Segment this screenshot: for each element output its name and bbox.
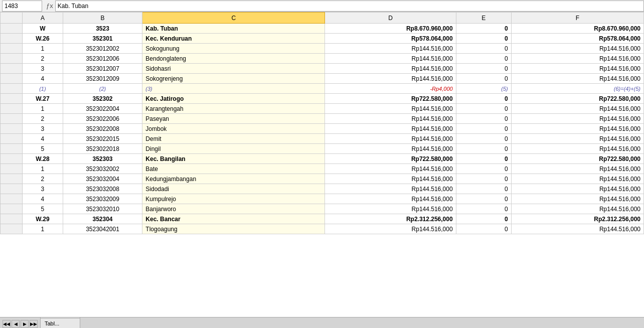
cell-b[interactable]: 3523032002 (63, 164, 142, 174)
cell-b[interactable]: 3523042001 (63, 224, 142, 234)
cell-a[interactable]: 1 (23, 224, 63, 234)
cell-d[interactable]: Rp144.516,000 (325, 104, 456, 114)
cell-a[interactable]: 1 (23, 164, 63, 174)
cell-f[interactable]: Rp144.516,000 (511, 124, 643, 134)
cell-a[interactable]: W (23, 24, 63, 34)
cell-a[interactable]: 5 (23, 204, 63, 214)
cell-d[interactable]: Rp144.516,000 (325, 174, 456, 184)
cell-d[interactable]: Rp578.064,000 (325, 34, 456, 44)
cell-e[interactable]: 0 (456, 134, 511, 144)
cell-f[interactable]: Rp144.516,000 (511, 54, 643, 64)
cell-a[interactable]: (1) (23, 84, 63, 94)
col-header-e[interactable]: E (456, 13, 511, 24)
cell-b[interactable]: 3523022008 (63, 124, 142, 134)
cell-c[interactable]: Dingil (142, 144, 325, 154)
cell-c[interactable]: Kab. Tuban (142, 24, 325, 34)
cell-e[interactable]: 0 (456, 174, 511, 184)
cell-b[interactable]: 3523032010 (63, 204, 142, 214)
cell-e[interactable]: 0 (456, 44, 511, 54)
cell-c[interactable]: Sokogrenjeng (142, 74, 325, 84)
cell-f[interactable]: Rp722.580,000 (511, 94, 643, 104)
cell-c[interactable]: Kec. Bangilan (142, 154, 325, 164)
name-box[interactable] (2, 1, 42, 12)
cell-f[interactable]: Rp144.516,000 (511, 44, 643, 54)
cell-b[interactable]: 3523032008 (63, 184, 142, 194)
cell-c[interactable]: Kedungjambangan (142, 174, 325, 184)
cell-a[interactable]: 4 (23, 194, 63, 204)
cell-a[interactable]: W.29 (23, 214, 63, 224)
cell-d[interactable]: -Rp4,000 (325, 84, 456, 94)
cell-b[interactable]: 3523022004 (63, 104, 142, 114)
cell-b[interactable]: 3523012002 (63, 44, 142, 54)
cell-c[interactable]: Sidodadi (142, 184, 325, 194)
cell-d[interactable]: Rp144.516,000 (325, 224, 456, 234)
cell-c[interactable]: Sokogunung (142, 44, 325, 54)
cell-a[interactable]: W.26 (23, 34, 63, 44)
cell-e[interactable]: 0 (456, 34, 511, 44)
col-header-f[interactable]: F (511, 13, 643, 24)
cell-b[interactable]: 3523012009 (63, 74, 142, 84)
cell-e[interactable]: 0 (456, 154, 511, 164)
cell-f[interactable]: Rp8.670.960,000 (511, 24, 643, 34)
cell-a[interactable]: W.28 (23, 154, 63, 164)
cell-c[interactable]: Kec. Kenduruan (142, 34, 325, 44)
cell-e[interactable]: 0 (456, 124, 511, 134)
cell-a[interactable]: 3 (23, 124, 63, 134)
cell-c[interactable]: Paseyan (142, 114, 325, 124)
cell-f[interactable]: Rp144.516,000 (511, 104, 643, 114)
cell-e[interactable]: 0 (456, 164, 511, 174)
cell-d[interactable]: Rp144.516,000 (325, 184, 456, 194)
cell-b[interactable]: 3523022006 (63, 114, 142, 124)
cell-e[interactable]: 0 (456, 224, 511, 234)
cell-c[interactable]: Karangtengah (142, 104, 325, 114)
cell-f[interactable]: Rp2.312.256,000 (511, 214, 643, 224)
cell-c[interactable]: Bate (142, 164, 325, 174)
cell-a[interactable]: W.27 (23, 94, 63, 104)
cell-c[interactable]: Bendonglateng (142, 54, 325, 64)
cell-b[interactable]: 352301 (63, 34, 142, 44)
cell-c[interactable]: Kec. Jatirogo (142, 94, 325, 104)
cell-f[interactable]: Rp144.516,000 (511, 224, 643, 234)
cell-f[interactable]: Rp144.516,000 (511, 144, 643, 154)
cell-c[interactable]: Sidohasri (142, 64, 325, 74)
cell-d[interactable]: Rp144.516,000 (325, 134, 456, 144)
cell-b[interactable]: 3523012007 (63, 64, 142, 74)
cell-f[interactable]: Rp144.516,000 (511, 74, 643, 84)
cell-d[interactable]: Rp144.516,000 (325, 144, 456, 154)
cell-c[interactable]: Demit (142, 134, 325, 144)
cell-f[interactable]: Rp144.516,000 (511, 114, 643, 124)
cell-f[interactable]: Rp144.516,000 (511, 184, 643, 194)
cell-a[interactable]: 1 (23, 104, 63, 114)
cell-f[interactable]: Rp144.516,000 (511, 194, 643, 204)
cell-a[interactable]: 2 (23, 114, 63, 124)
cell-e[interactable]: 0 (456, 114, 511, 124)
col-header-d[interactable]: D (325, 13, 456, 24)
cell-c[interactable]: Kec. Bancar (142, 214, 325, 224)
cell-f[interactable]: Rp144.516,000 (511, 64, 643, 74)
cell-b[interactable]: 3523022015 (63, 134, 142, 144)
cell-e[interactable]: 0 (456, 54, 511, 64)
cell-a[interactable]: 2 (23, 54, 63, 64)
cell-d[interactable]: Rp144.516,000 (325, 44, 456, 54)
cell-a[interactable]: 4 (23, 134, 63, 144)
cell-e[interactable]: 0 (456, 74, 511, 84)
cell-a[interactable]: 3 (23, 184, 63, 194)
cell-f[interactable]: Rp722.580,000 (511, 154, 643, 164)
cell-d[interactable]: Rp144.516,000 (325, 124, 456, 134)
cell-b[interactable]: 352303 (63, 154, 142, 164)
cell-b[interactable]: 3523032004 (63, 174, 142, 184)
cell-e[interactable]: (5) (456, 84, 511, 94)
cell-d[interactable]: Rp144.516,000 (325, 194, 456, 204)
cell-d[interactable]: Rp144.516,000 (325, 164, 456, 174)
cell-d[interactable]: Rp144.516,000 (325, 114, 456, 124)
col-header-a[interactable]: A (23, 13, 63, 24)
cell-d[interactable]: Rp8.670.960,000 (325, 24, 456, 34)
cell-f[interactable]: Rp144.516,000 (511, 174, 643, 184)
cell-e[interactable]: 0 (456, 184, 511, 194)
col-header-c[interactable]: C (142, 13, 325, 24)
cell-e[interactable]: 0 (456, 64, 511, 74)
cell-b[interactable]: 3523032009 (63, 194, 142, 204)
cell-b[interactable]: 3523 (63, 24, 142, 34)
cell-e[interactable]: 0 (456, 144, 511, 154)
cell-e[interactable]: 0 (456, 104, 511, 114)
